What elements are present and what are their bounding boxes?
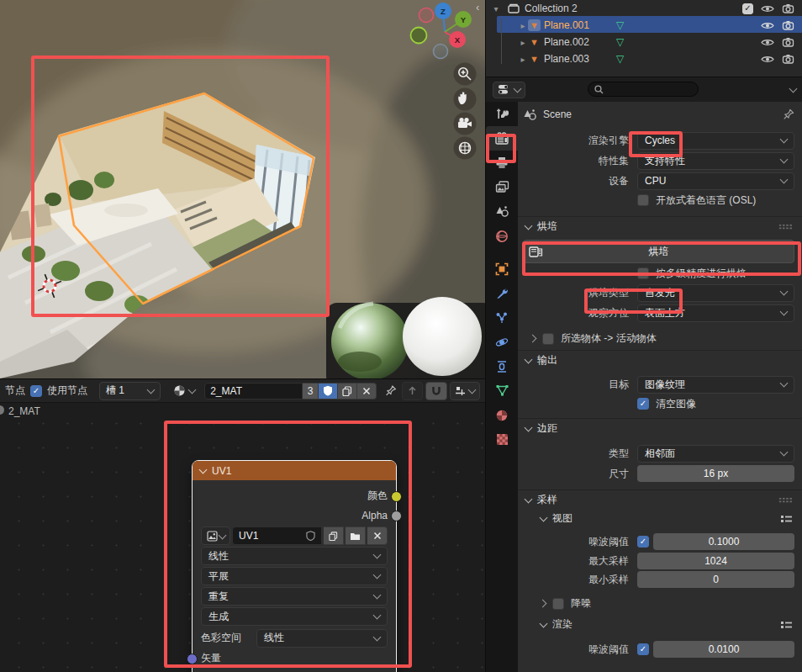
bake-panel-header[interactable]: 烘培 [518, 216, 802, 236]
alpha-output-socket[interactable] [391, 511, 402, 521]
tab-view-layer[interactable] [486, 175, 518, 199]
vp-noise-threshold-field[interactable]: 0.1000 [653, 533, 794, 550]
collection-name[interactable]: Collection 2 [525, 3, 578, 14]
bake-type-dropdown[interactable]: 自发光 [637, 284, 794, 302]
go-to-parent-node-button[interactable] [402, 382, 423, 400]
outliner-row-plane002[interactable]: ▸ ▼ Plane.002 ▽ [486, 34, 802, 50]
tab-constraints[interactable] [486, 354, 518, 378]
clear-image-checkbox[interactable]: ✓ [637, 398, 649, 410]
tab-world[interactable] [486, 224, 518, 248]
object-name[interactable]: Plane.002 [544, 36, 616, 48]
fake-user-shield-button[interactable] [319, 383, 338, 399]
properties-search-field[interactable] [588, 82, 699, 97]
axis-neg-y[interactable] [411, 28, 427, 44]
header-menu-chevron[interactable] [789, 84, 798, 93]
image-copy-button[interactable] [324, 526, 344, 545]
zoom-button[interactable] [454, 63, 477, 86]
device-dropdown[interactable]: CPU [637, 172, 794, 190]
margin-size-field[interactable]: 16 px [637, 465, 794, 482]
node-canvas[interactable]: 2_MAT UV1 颜色 Alpha [0, 403, 485, 672]
margin-type-dropdown[interactable]: 相邻面 [637, 445, 794, 463]
color-output-socket[interactable] [391, 491, 402, 502]
exclude-checkbox[interactable]: ✓ [742, 3, 753, 14]
tab-object[interactable] [486, 257, 518, 281]
panel-grip[interactable] [778, 497, 793, 503]
image-texture-node[interactable]: UV1 颜色 Alpha UV1 [192, 460, 397, 672]
tab-modifiers[interactable] [486, 281, 518, 305]
tab-texture[interactable] [486, 427, 518, 452]
image-name-field[interactable]: UV1 [232, 526, 322, 545]
use-nodes-checkbox[interactable]: ✓ [30, 385, 42, 397]
outliner[interactable]: ▾ Collection 2 ✓ ▸ ▼ Plane.001 ▽ [485, 0, 802, 77]
projection-dropdown[interactable]: 平展 [201, 567, 388, 585]
source-dropdown[interactable]: 生成 [201, 607, 388, 626]
image-open-button[interactable] [346, 526, 366, 545]
pin-icon[interactable] [783, 108, 794, 120]
sampling-viewport-subheader[interactable]: 视图 [518, 510, 802, 527]
panel-grip[interactable] [778, 224, 793, 230]
sampling-render-subheader[interactable]: 渲染 [518, 616, 802, 633]
hide-eye-icon[interactable] [761, 4, 774, 13]
snap-toggle-button[interactable] [425, 382, 447, 400]
new-material-copy-button[interactable] [338, 383, 357, 399]
hide-eye-icon[interactable] [761, 38, 774, 47]
object-name[interactable]: Plane.001 [544, 19, 616, 31]
viewport-3d[interactable]: Z Y X ‹ [0, 0, 485, 378]
render-engine-dropdown[interactable]: Cycles [637, 132, 794, 150]
image-browse-button[interactable] [201, 526, 230, 545]
outliner-row-plane001[interactable]: ▸ ▼ Plane.001 ▽ [486, 17, 802, 34]
camera-view-button[interactable] [454, 113, 477, 135]
properties-editor[interactable]: Scene 渲染引擎 Cycles 特性集 支持特性 设备 CPU 开放式着色 [485, 77, 802, 672]
interpolation-dropdown[interactable]: 线性 [201, 547, 388, 565]
snap-mode-dropdown[interactable] [450, 382, 480, 400]
pin-icon[interactable] [385, 384, 397, 397]
material-name-field[interactable]: 2_MAT [204, 383, 303, 399]
hide-eye-icon[interactable] [761, 21, 774, 30]
tab-particles[interactable] [486, 305, 518, 330]
material-browse-button[interactable] [169, 382, 199, 400]
shader-node-editor[interactable]: 节点 ✓ 使用节点 槽 1 2_MAT 3 [0, 378, 485, 672]
shield-outline-icon[interactable] [306, 531, 315, 541]
bake-button[interactable]: 烘培 [523, 240, 794, 263]
target-dropdown[interactable]: 图像纹理 [637, 376, 794, 394]
unlink-material-button[interactable] [357, 383, 377, 399]
tab-output[interactable] [486, 151, 518, 175]
camera-visibility-icon[interactable] [782, 37, 794, 47]
tab-scene[interactable] [486, 199, 518, 224]
pan-hand-button[interactable] [454, 88, 477, 111]
vector-input-socket[interactable] [187, 653, 198, 664]
denoise-checkbox[interactable] [552, 598, 564, 610]
vp-max-samples-field[interactable]: 1024 [637, 553, 794, 569]
margin-subpanel-header[interactable]: 边距 [518, 418, 802, 438]
hide-eye-icon[interactable] [761, 55, 774, 64]
rd-noise-threshold-checkbox[interactable]: ✓ [637, 643, 649, 655]
tab-physics[interactable] [486, 330, 518, 354]
osl-checkbox[interactable] [637, 194, 649, 206]
vp-min-samples-field[interactable]: 0 [637, 571, 794, 588]
outliner-row-collection[interactable]: ▾ Collection 2 ✓ [486, 0, 802, 17]
preset-menu-icon[interactable] [780, 514, 793, 524]
output-subpanel-header[interactable]: 输出 [518, 350, 802, 370]
toggle-perspective-button[interactable] [454, 137, 477, 160]
object-name[interactable]: Plane.003 [544, 53, 616, 65]
material-users-count[interactable]: 3 [303, 383, 319, 399]
tab-material[interactable] [486, 403, 518, 427]
colorspace-dropdown[interactable]: 线性 [256, 629, 388, 648]
image-unlink-button[interactable] [367, 526, 388, 545]
rd-noise-threshold-field[interactable]: 0.0100 [653, 641, 794, 658]
preset-menu-icon[interactable] [780, 620, 793, 630]
vp-noise-threshold-checkbox[interactable]: ✓ [637, 536, 649, 548]
editor-type-button[interactable] [493, 82, 525, 98]
outliner-row-plane003[interactable]: ▸ ▼ Plane.003 ▽ [486, 50, 802, 67]
camera-visibility-icon[interactable] [782, 20, 794, 30]
feature-set-dropdown[interactable]: 支持特性 [637, 152, 794, 170]
selected-to-active-checkbox[interactable] [542, 333, 554, 345]
multires-checkbox[interactable] [637, 267, 649, 279]
region-collapse-arrow[interactable]: ‹ [476, 1, 479, 13]
camera-visibility-icon[interactable] [782, 54, 794, 64]
tab-tool[interactable] [486, 102, 518, 126]
material-slot-dropdown[interactable]: 槽 1 [99, 382, 161, 400]
extension-dropdown[interactable]: 重复 [201, 587, 388, 606]
axis-neg-z[interactable] [434, 45, 448, 59]
view-from-dropdown[interactable]: 表面上方 [637, 304, 794, 322]
